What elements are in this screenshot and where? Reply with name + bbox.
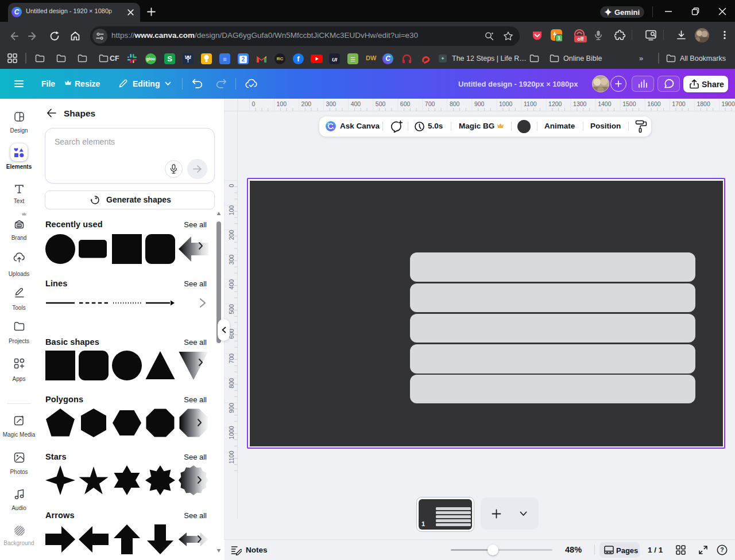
svg-text:700: 700 bbox=[425, 100, 435, 107]
svg-text:900: 900 bbox=[228, 403, 235, 413]
svg-text:?: ? bbox=[720, 546, 724, 553]
svg-text:1000: 1000 bbox=[228, 426, 235, 440]
svg-text:C: C bbox=[14, 8, 20, 16]
svg-text:1000: 1000 bbox=[499, 100, 513, 107]
svg-text:100: 100 bbox=[228, 205, 235, 216]
svg-text:1400: 1400 bbox=[598, 100, 612, 107]
svg-text:600: 600 bbox=[400, 100, 411, 107]
svg-text:1200: 1200 bbox=[548, 100, 562, 107]
svg-text:1600: 1600 bbox=[647, 100, 661, 107]
svg-text:0: 0 bbox=[252, 100, 256, 107]
svg-text:300: 300 bbox=[326, 100, 336, 107]
svg-text:1500: 1500 bbox=[622, 100, 636, 107]
svg-text:400: 400 bbox=[351, 100, 361, 107]
svg-text:1100: 1100 bbox=[228, 451, 235, 464]
svg-text:700: 700 bbox=[228, 353, 235, 364]
svg-text:500: 500 bbox=[228, 304, 235, 314]
svg-text:500: 500 bbox=[376, 100, 386, 107]
svg-text:200: 200 bbox=[228, 230, 235, 240]
svg-text:200: 200 bbox=[301, 100, 312, 107]
svg-text:1900: 1900 bbox=[721, 100, 735, 107]
svg-text:1700: 1700 bbox=[672, 100, 686, 107]
svg-text:1300: 1300 bbox=[573, 100, 587, 107]
svg-text:300: 300 bbox=[228, 255, 235, 265]
svg-text:800: 800 bbox=[450, 100, 460, 107]
svg-text:400: 400 bbox=[228, 279, 235, 290]
svg-text:100: 100 bbox=[277, 100, 287, 107]
svg-text:800: 800 bbox=[228, 378, 235, 388]
svg-text:1800: 1800 bbox=[697, 100, 710, 107]
svg-text:900: 900 bbox=[474, 100, 485, 107]
svg-text:co: co bbox=[18, 224, 21, 227]
svg-text:1100: 1100 bbox=[524, 100, 537, 107]
svg-text:0: 0 bbox=[228, 184, 235, 187]
